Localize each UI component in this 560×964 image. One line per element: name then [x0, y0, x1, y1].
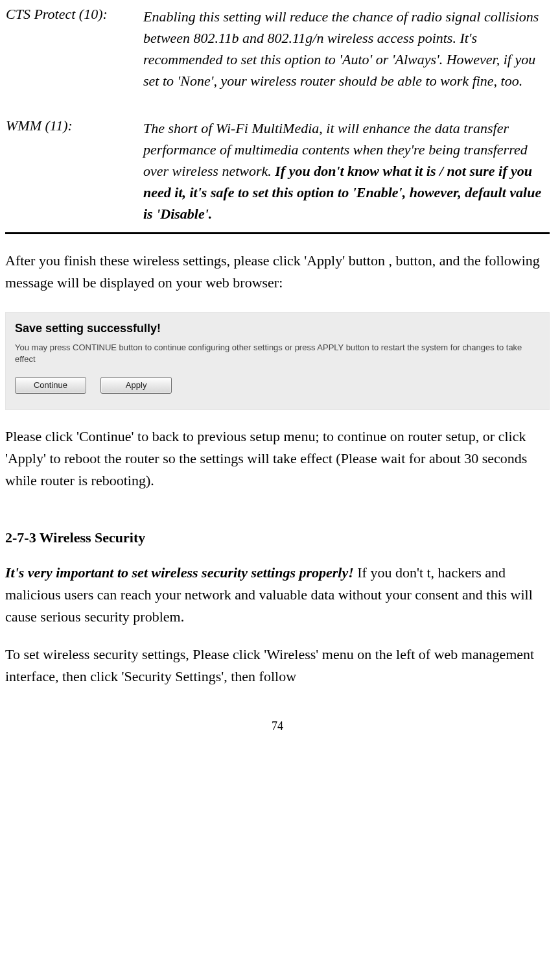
paragraph-security-warning: It's very important to set wireless secu…	[5, 562, 550, 628]
wmm-description: The short of Wi-Fi MultiMedia, it will e…	[143, 117, 550, 234]
cts-description: Enabling this setting will reduce the ch…	[143, 5, 550, 99]
definition-row-cts: CTS Protect (10): Enabling this setting …	[5, 5, 550, 99]
continue-button[interactable]: Continue	[15, 377, 86, 394]
apply-button[interactable]: Apply	[100, 377, 172, 394]
paragraph-security-instruction: To set wireless security settings, Pleas…	[5, 644, 550, 688]
definitions-table: CTS Protect (10): Enabling this setting …	[5, 5, 550, 234]
page-number: 74	[5, 719, 550, 733]
dialog-title: Save setting successfully!	[15, 322, 540, 335]
security-warning-bold: It's very important to set wireless secu…	[5, 564, 354, 581]
section-heading-wireless-security: 2-7-3 Wireless Security	[5, 529, 550, 546]
save-success-dialog: Save setting successfully! You may press…	[5, 312, 550, 410]
cts-label: CTS Protect (10):	[5, 5, 143, 99]
wmm-label: WMM (11):	[5, 117, 143, 234]
definition-row-wmm: WMM (11): The short of Wi-Fi MultiMedia,…	[5, 117, 550, 234]
paragraph-continue-apply: Please click 'Continue' to back to previ…	[5, 426, 550, 492]
dialog-buttons: Continue Apply	[15, 375, 540, 394]
dialog-text: You may press CONTINUE button to continu…	[15, 342, 540, 365]
paragraph-apply-instruction: After you finish these wireless settings…	[5, 250, 550, 294]
